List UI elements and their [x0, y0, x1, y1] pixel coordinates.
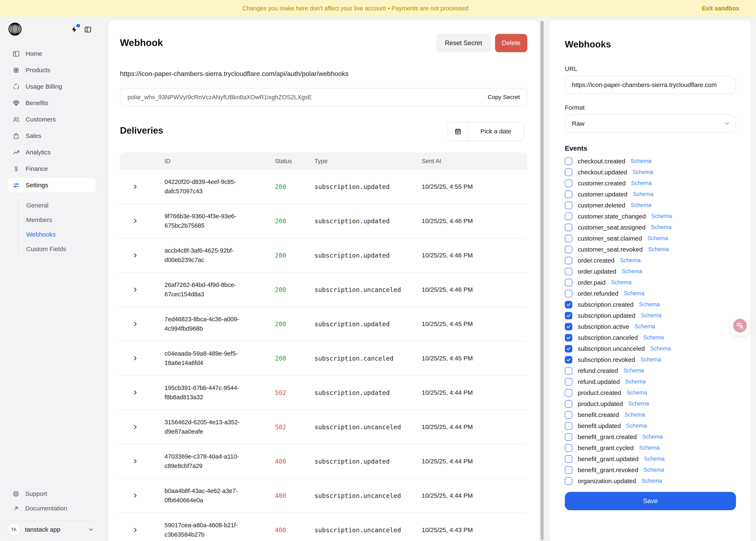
- table-row[interactable]: 7ed46823-8bca-4c36-a009- 4c994fbd968b 20…: [120, 306, 527, 341]
- subnav-item-custom-fields[interactable]: Custom Fields: [18, 242, 97, 257]
- event-schema-link[interactable]: Schema: [639, 301, 660, 308]
- event-schema-link[interactable]: Schema: [624, 411, 645, 418]
- event-checkbox[interactable]: [565, 169, 572, 176]
- table-row[interactable]: 3156462d-6205-4e13-a352- d9e87aa0eafe 50…: [120, 409, 527, 444]
- subnav-item-webhooks[interactable]: Webhooks: [18, 227, 97, 242]
- subnav-item-general[interactable]: General: [18, 198, 97, 213]
- event-schema-link[interactable]: Schema: [624, 290, 644, 297]
- event-schema-link[interactable]: Schema: [651, 213, 672, 220]
- event-checkbox[interactable]: [565, 455, 572, 463]
- event-schema-link[interactable]: Schema: [611, 279, 631, 286]
- event-checkbox[interactable]: [565, 389, 572, 397]
- event-checkbox[interactable]: [565, 345, 572, 352]
- event-checkbox[interactable]: [565, 246, 572, 253]
- expand-row-button[interactable]: [120, 527, 165, 533]
- vertical-scrollbar[interactable]: [541, 21, 544, 540]
- save-button[interactable]: Save: [565, 492, 736, 510]
- org-switcher[interactable]: TA tanstack app: [7, 523, 97, 536]
- sidebar-item-products[interactable]: Products: [7, 63, 96, 78]
- sidebar-item-documentation[interactable]: Documentation: [7, 501, 96, 516]
- event-checkbox[interactable]: [565, 334, 572, 341]
- event-schema-link[interactable]: Schema: [625, 378, 646, 385]
- sidebar-item-analytics[interactable]: Analytics: [7, 145, 96, 160]
- table-row[interactable]: 04220f20-d839-4eef-9c85- dafc57097c43 20…: [120, 170, 527, 204]
- reset-secret-button[interactable]: Reset Secret: [436, 34, 491, 52]
- event-checkbox[interactable]: [565, 466, 572, 474]
- event-schema-link[interactable]: Schema: [635, 323, 655, 330]
- table-row[interactable]: 195cb391-67bb-447c-9544- f8b8ad813a32 50…: [120, 375, 527, 409]
- event-schema-link[interactable]: Schema: [626, 389, 647, 396]
- event-checkbox[interactable]: [565, 180, 572, 187]
- event-checkbox[interactable]: [565, 268, 572, 275]
- expand-row-button[interactable]: [120, 492, 165, 499]
- event-checkbox[interactable]: [565, 312, 572, 319]
- event-schema-link[interactable]: Schema: [623, 367, 644, 374]
- event-schema-link[interactable]: Schema: [642, 434, 663, 440]
- event-schema-link[interactable]: Schema: [622, 268, 642, 274]
- event-schema-link[interactable]: Schema: [628, 400, 649, 407]
- event-checkbox[interactable]: [565, 257, 572, 264]
- event-schema-link[interactable]: Schema: [631, 202, 651, 209]
- expand-row-button[interactable]: [120, 218, 165, 224]
- sidebar-item-finance[interactable]: $ Finance: [7, 161, 96, 176]
- table-row[interactable]: accb4c8f-3af6-4625-92bf- d00eb239c7ac 20…: [120, 238, 527, 272]
- event-checkbox[interactable]: [565, 279, 572, 286]
- event-checkbox[interactable]: [565, 235, 572, 242]
- event-checkbox[interactable]: [565, 367, 572, 374]
- event-checkbox[interactable]: [565, 356, 572, 363]
- table-row[interactable]: 9f766b3e-9360-4f3e-93e6- 675bc2b75685 20…: [120, 204, 527, 238]
- table-row[interactable]: 26af7262-64bd-4f9d-8bce- 67cec154d8a3 20…: [120, 272, 527, 306]
- event-checkbox[interactable]: [565, 191, 572, 198]
- event-schema-link[interactable]: Schema: [631, 158, 651, 164]
- event-schema-link[interactable]: Schema: [632, 169, 653, 176]
- event-schema-link[interactable]: Schema: [640, 356, 661, 363]
- event-schema-link[interactable]: Schema: [641, 478, 662, 484]
- sidebar-item-benefits[interactable]: Benefits: [7, 96, 96, 111]
- event-checkbox[interactable]: [565, 477, 572, 485]
- event-schema-link[interactable]: Schema: [650, 345, 671, 352]
- expand-row-button[interactable]: [120, 458, 165, 464]
- event-schema-link[interactable]: Schema: [648, 246, 669, 253]
- table-row[interactable]: c04eaada-59a8-489e-9ef5- 18a6e14a6fd4 20…: [120, 341, 527, 375]
- event-checkbox[interactable]: [565, 158, 572, 165]
- table-row[interactable]: 59017cea-a80a-4608-b21f- c3b63584b27b 40…: [120, 512, 527, 541]
- event-checkbox[interactable]: [565, 422, 572, 430]
- event-schema-link[interactable]: Schema: [647, 235, 668, 242]
- sidebar-item-settings[interactable]: Settings: [7, 178, 96, 193]
- date-picker-button[interactable]: Pick a date: [448, 122, 524, 141]
- event-schema-link[interactable]: Schema: [631, 180, 652, 187]
- event-checkbox[interactable]: [565, 400, 572, 408]
- sidebar-item-usage-billing[interactable]: Usage Billing: [7, 79, 96, 94]
- event-checkbox[interactable]: [565, 301, 572, 308]
- expand-row-button[interactable]: [120, 424, 165, 430]
- table-row[interactable]: b0aa4b8f-43ac-4e62-a3e7- 0fb640664e0a 40…: [120, 478, 527, 512]
- event-checkbox[interactable]: [565, 202, 572, 209]
- sidebar-item-sales[interactable]: Sales: [7, 128, 96, 143]
- delete-button[interactable]: Delete: [495, 34, 527, 52]
- sidebar-item-support[interactable]: Support: [7, 486, 96, 501]
- expand-row-button[interactable]: [120, 355, 165, 361]
- event-checkbox[interactable]: [565, 213, 572, 220]
- url-input[interactable]: https://icon-paper-chambers-sierra.trycl…: [565, 76, 736, 94]
- event-schema-link[interactable]: Schema: [626, 423, 647, 429]
- expand-row-button[interactable]: [120, 252, 165, 259]
- event-schema-link[interactable]: Schema: [633, 191, 654, 198]
- event-checkbox[interactable]: [565, 411, 572, 419]
- event-checkbox[interactable]: [565, 433, 572, 441]
- copy-secret-button[interactable]: Copy Secret: [488, 94, 520, 101]
- polar-logo-icon[interactable]: [8, 22, 22, 36]
- event-checkbox[interactable]: [565, 224, 572, 231]
- translate-fab[interactable]: [730, 316, 750, 335]
- expand-row-button[interactable]: [120, 321, 165, 327]
- subnav-item-members[interactable]: Members: [18, 213, 97, 227]
- date-picker-icon-cell[interactable]: [448, 122, 468, 140]
- event-schema-link[interactable]: Schema: [639, 445, 660, 451]
- expand-row-button[interactable]: [120, 184, 165, 190]
- event-schema-link[interactable]: Schema: [643, 334, 664, 341]
- event-schema-link[interactable]: Schema: [651, 224, 671, 231]
- exit-sandbox-link[interactable]: Exit sandbox: [702, 5, 740, 12]
- event-checkbox[interactable]: [565, 323, 572, 330]
- event-schema-link[interactable]: Schema: [620, 257, 641, 264]
- event-schema-link[interactable]: Schema: [641, 312, 661, 319]
- sidebar-toggle-icon[interactable]: [84, 26, 92, 33]
